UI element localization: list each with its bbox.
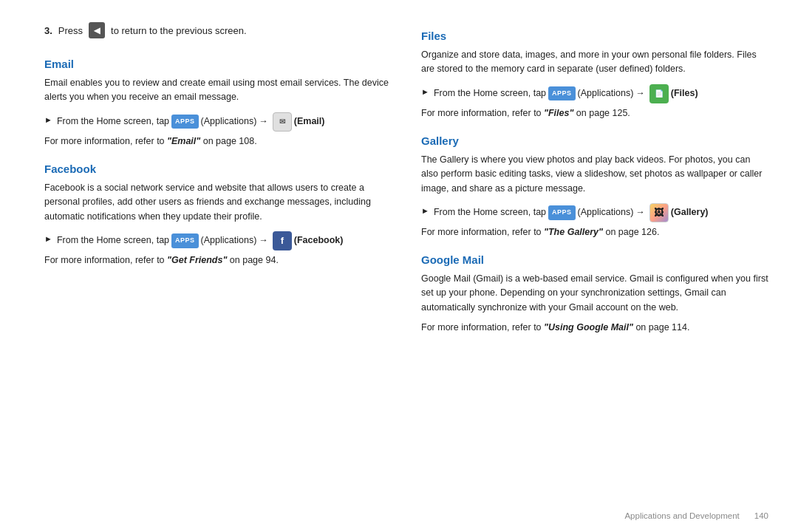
press-label: Press xyxy=(58,25,83,36)
google-mail-ref: For more information, refer to "Using Go… xyxy=(421,322,768,332)
gallery-ref: For more information, refer to "The Gall… xyxy=(421,227,768,237)
files-instruction: ► From the Home screen, tap APPS (Applic… xyxy=(421,84,768,103)
fb-applications-text: (Applications) xyxy=(201,233,257,248)
email-instruction-content: From the Home screen, tap APPS (Applicat… xyxy=(57,112,325,132)
fb-from-text: From the Home screen, tap xyxy=(57,233,169,248)
email-section: Email Email enables you to review and cr… xyxy=(44,50,392,155)
gallery-section: Gallery The Gallery is where you view ph… xyxy=(421,127,768,246)
email-from-text: From the Home screen, tap xyxy=(57,114,169,129)
google-mail-title: Google Mail xyxy=(421,253,768,266)
facebook-instruction-content: From the Home screen, tap APPS (Applicat… xyxy=(57,231,344,250)
gallery-app-icon: 🖼 xyxy=(649,203,669,222)
facebook-app-label: (Facebook) xyxy=(294,233,344,248)
gallery-body: The Gallery is where you view photos and… xyxy=(421,153,768,196)
gallery-app-label: (Gallery) xyxy=(671,205,709,220)
gallery-applications-text: (Applications) xyxy=(578,205,634,220)
email-ref: For more information, refer to "Email" o… xyxy=(44,136,392,146)
gallery-apps-badge: APPS xyxy=(548,205,576,219)
gallery-title: Gallery xyxy=(421,134,768,147)
gallery-ref-italic: "The Gallery" xyxy=(544,227,603,237)
google-mail-body: Google Mail (Gmail) is a web-based email… xyxy=(421,272,768,315)
bullet-icon-files: ► xyxy=(421,86,429,98)
files-ref-prefix: For more information, refer to xyxy=(421,108,544,118)
facebook-body: Facebook is a social network service and… xyxy=(44,181,392,224)
gm-ref-suffix: on page 114. xyxy=(633,322,689,332)
fb-ref-suffix: on page 94. xyxy=(227,255,279,265)
files-ref-italic: "Files" xyxy=(544,108,573,118)
fb-arrow-text: → xyxy=(259,233,268,248)
files-app-icon: 📄 xyxy=(649,84,669,103)
footer-page-number: 140 xyxy=(754,511,768,520)
files-ref-suffix: on page 125. xyxy=(573,108,630,118)
files-ref: For more information, refer to "Files" o… xyxy=(421,108,768,118)
page-footer: Applications and Development 140 xyxy=(624,511,768,520)
facebook-section: Facebook Facebook is a social network se… xyxy=(44,155,392,274)
google-mail-section: Google Mail Google Mail (Gmail) is a web… xyxy=(421,246,768,341)
bullet-icon-fb: ► xyxy=(44,233,52,245)
step-number: 3. xyxy=(44,25,52,36)
facebook-title: Facebook xyxy=(44,163,392,175)
files-instruction-content: From the Home screen, tap APPS (Applicat… xyxy=(434,84,698,103)
files-body: Organize and store data, images, and mor… xyxy=(421,48,768,77)
email-ref-suffix: on page 108. xyxy=(200,136,256,146)
apps-badge: APPS xyxy=(171,115,199,129)
gallery-ref-prefix: For more information, refer to xyxy=(421,227,544,237)
bullet-icon-gallery: ► xyxy=(421,205,429,217)
files-applications-text: (Applications) xyxy=(578,86,634,101)
files-title: Files xyxy=(421,30,768,42)
facebook-instruction: ► From the Home screen, tap APPS (Applic… xyxy=(44,231,392,250)
fb-ref-prefix: For more information, refer to xyxy=(44,255,167,265)
fb-ref-italic: "Get Friends" xyxy=(167,255,227,265)
email-app-label: (Email) xyxy=(294,114,325,129)
email-ref-italic: "Email" xyxy=(167,136,200,146)
files-arrow-text: → xyxy=(635,86,645,101)
gallery-instruction-content: From the Home screen, tap APPS (Applicat… xyxy=(434,203,709,222)
files-apps-badge: APPS xyxy=(548,86,576,100)
email-app-icon: ✉ xyxy=(273,112,292,132)
arrow-text: → xyxy=(259,114,268,129)
email-title: Email xyxy=(44,58,392,70)
files-section: Files Organize and store data, images, a… xyxy=(421,22,768,127)
back-button-icon: ◀ xyxy=(89,22,105,38)
gallery-arrow-text: → xyxy=(635,205,645,220)
fb-apps-badge: APPS xyxy=(171,233,199,248)
email-instruction: ► From the Home screen, tap APPS (Applic… xyxy=(44,112,392,132)
applications-text: (Applications) xyxy=(201,114,257,129)
gallery-instruction: ► From the Home screen, tap APPS (Applic… xyxy=(421,203,768,222)
gm-ref-prefix: For more information, refer to xyxy=(421,322,544,332)
gm-ref-italic: "Using Google Mail" xyxy=(544,322,633,332)
bullet-icon: ► xyxy=(44,114,52,126)
gallery-ref-suffix: on page 126. xyxy=(603,227,659,237)
step-text: to return to the previous screen. xyxy=(111,25,247,36)
gallery-from-text: From the Home screen, tap xyxy=(434,205,546,220)
footer-text: Applications and Development xyxy=(624,511,739,520)
email-body: Email enables you to review and create e… xyxy=(44,76,392,105)
facebook-app-icon: f xyxy=(273,231,292,250)
files-from-text: From the Home screen, tap xyxy=(434,86,546,101)
email-ref-prefix: For more information, refer to xyxy=(44,136,167,146)
step-line: 3. Press ◀ to return to the previous scr… xyxy=(44,22,392,38)
files-app-label: (Files) xyxy=(671,86,698,101)
facebook-ref: For more information, refer to "Get Frie… xyxy=(44,255,392,265)
